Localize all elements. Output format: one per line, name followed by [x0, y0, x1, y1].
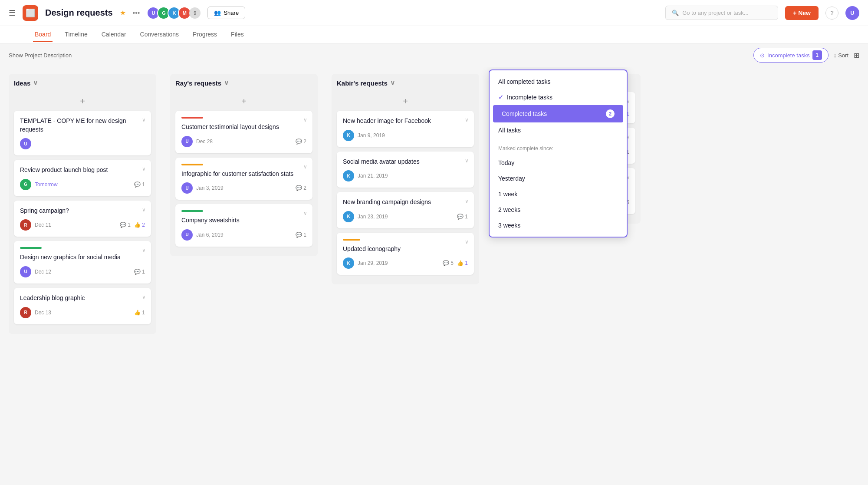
tab-timeline[interactable]: Timeline	[63, 27, 89, 42]
card-title: Updated iconography	[343, 245, 468, 254]
card-chevron[interactable]: ∨	[142, 207, 146, 213]
search-icon: 🔍	[672, 10, 679, 16]
card-avatar: R	[20, 219, 31, 231]
dropdown-panel: All completed tasks ✓ Incomplete tasks C…	[489, 69, 645, 238]
dropdown-item-3weeks[interactable]: 3 weeks	[490, 218, 627, 233]
card-chevron[interactable]: ∨	[303, 164, 307, 170]
avatar-count: 9	[189, 7, 201, 19]
dropdown-item-today[interactable]: Today	[490, 155, 627, 171]
filter-dropdown: All completed tasks ✓ Incomplete tasks C…	[489, 69, 628, 238]
like-count: 👍 2	[134, 222, 145, 228]
card-chevron[interactable]: ∨	[465, 239, 469, 245]
search-bar[interactable]: 🔍 Go to any project or task...	[665, 6, 778, 20]
sort-icon: ↕	[834, 52, 837, 59]
help-button[interactable]: ?	[825, 7, 838, 20]
card-avatar: G	[20, 179, 31, 190]
comment-count: 💬 2	[296, 185, 306, 191]
card-branding-campaign: ∨ New branding campaign designs K Jan 23…	[337, 192, 474, 228]
like-count: 👍 1	[457, 260, 468, 266]
card-footer: K Jan 21, 2019	[343, 170, 468, 181]
card-avatar: K	[343, 170, 354, 181]
card-meta: 💬 1 👍 2	[120, 222, 145, 228]
dropdown-item-all-tasks[interactable]: All tasks	[490, 122, 627, 138]
card-date: Tomorrow	[35, 181, 58, 188]
card-chevron[interactable]: ∨	[142, 117, 146, 123]
card-avatar: K	[343, 130, 354, 141]
dropdown-item-all-completed[interactable]: All completed tasks	[490, 74, 627, 89]
card-footer: U Jan 6, 2019 💬 1	[181, 229, 306, 241]
card-chevron[interactable]: ∨	[465, 117, 469, 123]
column-kabirs-header: Kabir's requests ∨	[337, 79, 474, 87]
column-rays-chevron[interactable]: ∨	[224, 79, 229, 87]
card-avatar: U	[181, 182, 193, 194]
column-kabirs-chevron[interactable]: ∨	[390, 79, 395, 87]
tab-calendar[interactable]: Calendar	[100, 27, 128, 42]
card-iconography: ∨ Updated iconography K Jan 29, 2019 💬 5…	[337, 233, 474, 275]
add-card-kabirs-button[interactable]: +	[337, 92, 474, 111]
card-design-graphics: ∨ Design new graphics for social media U…	[14, 241, 151, 284]
card-date: Jan 29, 2019	[358, 260, 388, 266]
sub-header-actions: ⊙ Incomplete tasks 1 ↕ Sort ⊞	[753, 48, 859, 63]
card-template: ∨ TEMPLATE - COPY ME for new design requ…	[14, 111, 151, 155]
card-title: Leadership blog graphic	[20, 294, 145, 303]
color-bar	[20, 247, 42, 249]
star-icon[interactable]: ★	[120, 9, 126, 17]
card-title: Infographic for customer satisfaction st…	[181, 170, 306, 178]
filter-options-button[interactable]: ⊞	[854, 51, 859, 59]
filter-incomplete-tasks-button[interactable]: ⊙ Incomplete tasks 1	[753, 48, 829, 63]
dropdown-section-title: Marked complete since:	[490, 142, 627, 155]
card-footer: G Tomorrow 💬 1	[20, 179, 145, 190]
tab-board[interactable]: Board	[33, 27, 53, 42]
show-project-description[interactable]: Show Project Description	[9, 52, 72, 59]
card-chevron[interactable]: ∨	[303, 117, 307, 123]
comment-count: 💬 1	[134, 181, 145, 188]
card-date: Dec 12	[35, 269, 51, 275]
tab-progress[interactable]: Progress	[191, 27, 219, 42]
card-title: New branding campaign designs	[343, 198, 468, 207]
column-kabirs-title: Kabir's requests ∨	[337, 79, 395, 87]
card-meta: 💬 2	[296, 139, 306, 145]
dropdown-item-2weeks[interactable]: 2 weeks	[490, 202, 627, 218]
card-footer: R Dec 13 👍 1	[20, 307, 145, 318]
card-facebook-header: ∨ New header image for Facebook K Jan 9,…	[337, 111, 474, 147]
sort-button[interactable]: ↕ Sort	[834, 52, 848, 59]
card-date: Dec 13	[35, 310, 51, 316]
more-options-icon[interactable]: •••	[133, 9, 140, 17]
card-title: Review product launch blog post	[20, 166, 145, 175]
new-button[interactable]: + New	[785, 6, 819, 20]
card-review-product: ∨ Review product launch blog post G Tomo…	[14, 160, 151, 196]
dropdown-item-incomplete[interactable]: ✓ Incomplete tasks	[490, 89, 627, 105]
card-chevron[interactable]: ∨	[142, 247, 146, 253]
color-bar	[181, 210, 203, 212]
card-title: Company sweatshirts	[181, 216, 306, 225]
comment-count: 💬 1	[134, 269, 145, 275]
color-bar	[181, 164, 203, 165]
hamburger-icon[interactable]: ☰	[9, 8, 16, 18]
card-footer: U	[20, 138, 145, 149]
card-chevron[interactable]: ∨	[465, 158, 469, 164]
dropdown-item-completed[interactable]: Completed tasks 2	[493, 105, 623, 122]
dropdown-item-yesterday[interactable]: Yesterday	[490, 171, 627, 186]
user-avatar[interactable]: U	[845, 6, 859, 20]
column-ideas-chevron[interactable]: ∨	[33, 79, 38, 87]
tab-conversations[interactable]: Conversations	[138, 27, 181, 42]
share-icon: 👥	[214, 10, 221, 16]
add-card-rays-button[interactable]: +	[175, 92, 312, 111]
card-date: Jan 6, 2019	[196, 232, 224, 238]
color-bar	[181, 117, 203, 119]
card-chevron[interactable]: ∨	[142, 166, 146, 172]
sub-header: Show Project Description ⊙ Incomplete ta…	[0, 43, 868, 67]
dropdown-item-1week[interactable]: 1 week	[490, 186, 627, 202]
filter-badge: 1	[812, 50, 822, 60]
card-avatar: U	[181, 229, 193, 241]
card-chevron[interactable]: ∨	[142, 294, 146, 300]
column-rays-header: Ray's requests ∨	[175, 79, 312, 87]
card-chevron[interactable]: ∨	[465, 198, 469, 204]
card-date: Jan 23, 2019	[358, 214, 388, 220]
share-button[interactable]: 👥 Share	[207, 7, 245, 19]
card-meta: 👍 1	[134, 310, 145, 316]
card-chevron[interactable]: ∨	[303, 210, 307, 216]
add-card-ideas-button[interactable]: +	[14, 92, 151, 111]
card-meta: 💬 1	[296, 232, 306, 238]
tab-files[interactable]: Files	[229, 27, 246, 42]
